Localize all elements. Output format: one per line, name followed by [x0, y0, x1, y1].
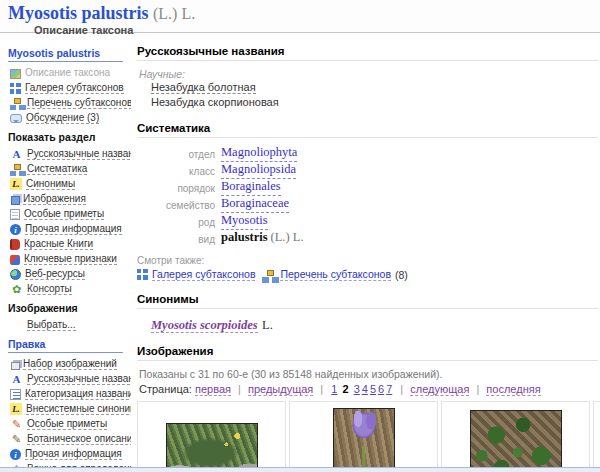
- russian-names-icon: [10, 373, 23, 385]
- see-also-label: Смотри также:: [137, 255, 600, 266]
- taxon-link-family[interactable]: Boraginaceae: [221, 196, 289, 213]
- taxon-link-order[interactable]: Boraginales: [221, 179, 281, 196]
- pagination-prev[interactable]: предыдущая: [248, 383, 313, 396]
- systematics-row: порядок Boraginales: [137, 179, 600, 196]
- taxon-description-icon: [10, 69, 21, 79]
- pagination-label: Страница:: [139, 383, 192, 395]
- see-also-block: Смотри также: Галерея субтаксонов Перече…: [137, 255, 600, 281]
- systematics-row: род Myosotis: [137, 213, 600, 230]
- red-books-icon: [10, 239, 20, 250]
- section-russian-names: Русскоязычные названия Научные: Незабудк…: [137, 45, 600, 110]
- sidebar-item-special-marks[interactable]: Особые приметы: [10, 206, 131, 221]
- subtaxa-list-icon: [10, 97, 23, 109]
- taxon-photo-thumbnail[interactable]: [470, 410, 562, 472]
- species-author: (L.) L.: [271, 230, 304, 247]
- sidebar-item-taxon-description: Описание таксона: [10, 65, 131, 80]
- section-title-russian-names: Русскоязычные названия: [137, 45, 598, 61]
- image-card: Iridodictyum kolpakowskianum © Евгений Д…: [289, 401, 438, 472]
- nonsystem-synonyms-icon: [10, 403, 22, 415]
- sidebar-item-subtaxa-list[interactable]: Перечень субтаксонов: [10, 95, 131, 110]
- systematics-row: вид palustris (L.) L.: [137, 230, 600, 247]
- pagination-page-3[interactable]: 3: [354, 383, 360, 395]
- sidebar-item-systematics[interactable]: Систематика: [10, 161, 131, 176]
- image-card: Crocus alatavicus © Евгений Давкаев: [137, 401, 286, 472]
- systematics-icon: [10, 163, 23, 175]
- subtaxa-count: (8): [395, 269, 408, 281]
- discussion-icon: [10, 114, 22, 123]
- sidebar-item-discussion[interactable]: Обсуждение (3): [10, 110, 131, 125]
- sidebar-item-web-resources[interactable]: Веб-ресурсы: [10, 266, 131, 281]
- russian-name-link[interactable]: Незабудка болотная: [151, 81, 256, 94]
- systematics-row: отдел Magnoliophyta: [137, 145, 600, 162]
- taxon-link-class[interactable]: Magnoliopsida: [221, 162, 296, 179]
- taxon-link-genus[interactable]: Myosotis: [221, 213, 268, 230]
- other-info-icon: [10, 224, 21, 235]
- pagination-page-1[interactable]: 1: [331, 383, 337, 395]
- other-info-icon: [10, 449, 21, 460]
- key-features-icon: [10, 255, 20, 265]
- sidebar-item-subtaxa-gallery[interactable]: Галерея субтаксонов: [10, 80, 131, 95]
- sidebar-item-synonyms[interactable]: Синонимы: [10, 176, 131, 191]
- sidebar-section-show: Показать раздел: [8, 131, 123, 143]
- synonym-author: L.: [262, 318, 273, 332]
- section-synonyms: Синонимы Myosotis scorpioides L.: [137, 293, 600, 333]
- see-also-list-link[interactable]: Перечень субтаксонов: [280, 268, 391, 281]
- taxon-title: Myosotis palustris: [8, 3, 149, 23]
- see-also-gallery-link[interactable]: Галерея субтаксонов: [152, 268, 255, 281]
- sidebar-item-key-features[interactable]: Ключевые признаки: [10, 251, 131, 266]
- pagination-page-6[interactable]: 6: [378, 383, 384, 395]
- subtaxa-gallery-icon: [137, 269, 148, 280]
- systematics-row: класс Magnoliopsida: [137, 162, 600, 179]
- section-images: Изображения Показаны с 31 по 60-е (30 из…: [137, 345, 600, 472]
- sidebar-item-nonsystem-synonyms[interactable]: Внесистемные синонимы: [10, 401, 131, 416]
- sidebar-item-edit-russian-names[interactable]: Русскоязычные названия: [10, 371, 131, 386]
- image-cards-row: Crocus alatavicus © Евгений Давкаев Irid…: [137, 401, 600, 472]
- species-epithet: palustris: [221, 230, 268, 247]
- web-resources-icon: [10, 269, 21, 280]
- sidebar-item-red-books[interactable]: Красные Книги: [10, 236, 131, 251]
- taxon-photo-thumbnail[interactable]: [333, 408, 395, 472]
- subtaxa-gallery-icon: [10, 83, 21, 94]
- sidebar-section-edit: Правка: [8, 338, 123, 353]
- pagination-page-4[interactable]: 4: [362, 383, 368, 395]
- image-card-partial: [593, 401, 600, 472]
- sidebar-item-edit-other-info[interactable]: Прочая информация: [10, 446, 131, 461]
- sidebar-item-other-info[interactable]: Прочая информация: [10, 221, 131, 236]
- pagination-page-5[interactable]: 5: [370, 383, 376, 395]
- subtaxa-list-icon: [263, 269, 276, 281]
- images-icon: [11, 196, 20, 205]
- section-title-synonyms: Синонимы: [137, 293, 598, 309]
- special-marks-edit-icon: [10, 418, 23, 430]
- sidebar-item-consorts[interactable]: Консорты: [10, 281, 131, 296]
- pagination-page-2-current: 2: [342, 383, 348, 395]
- sidebar-item-select-images[interactable]: Выбрать...: [27, 317, 131, 332]
- russian-name-text: Незабудка скорпионовая: [151, 96, 279, 108]
- sidebar: Myosotis palustris Описание таксона Гале…: [0, 33, 131, 472]
- systematics-row: семейство Boraginaceae: [137, 196, 600, 213]
- sidebar-item-russian-names[interactable]: Русскоязычные названия: [10, 146, 131, 161]
- sidebar-item-image-set[interactable]: Набор изображений: [10, 356, 131, 371]
- main-content: Русскоязычные названия Научные: Незабудк…: [131, 33, 600, 472]
- images-summary: Показаны с 31 по 60-е (30 из 85148 найде…: [139, 368, 600, 380]
- taxon-link-division[interactable]: Magnoliophyta: [221, 145, 297, 162]
- synonym-link[interactable]: Myosotis scorpioides: [151, 318, 258, 333]
- consorts-icon: [10, 283, 23, 295]
- sidebar-item-botanical-description[interactable]: Ботаническое описание: [10, 431, 131, 446]
- pagination: Страница: первая | предыдущая | 1 2 3456…: [139, 383, 600, 395]
- sidebar-item-edit-special-marks[interactable]: Особые приметы: [10, 416, 131, 431]
- pagination-next[interactable]: следующая: [410, 383, 469, 396]
- taxon-photo-thumbnail[interactable]: [166, 423, 258, 472]
- sidebar-item-name-categorization[interactable]: Категоризация названий: [10, 386, 131, 401]
- section-title-images: Изображения: [137, 345, 598, 361]
- taxon-title-author: (L.) L.: [153, 5, 195, 22]
- russian-names-icon: [10, 148, 23, 160]
- image-card: Asarum europaeum © Виталий Гуменюк: [441, 401, 590, 472]
- pagination-page-7[interactable]: 7: [386, 383, 392, 395]
- pagination-last[interactable]: последняя: [486, 383, 540, 396]
- image-set-icon: [11, 362, 20, 370]
- sidebar-item-images[interactable]: Изображения: [10, 191, 131, 206]
- name-categorization-icon: [10, 389, 21, 400]
- synonyms-icon: [10, 178, 22, 190]
- pagination-first[interactable]: первая: [195, 383, 231, 396]
- botanical-description-icon: [10, 433, 23, 445]
